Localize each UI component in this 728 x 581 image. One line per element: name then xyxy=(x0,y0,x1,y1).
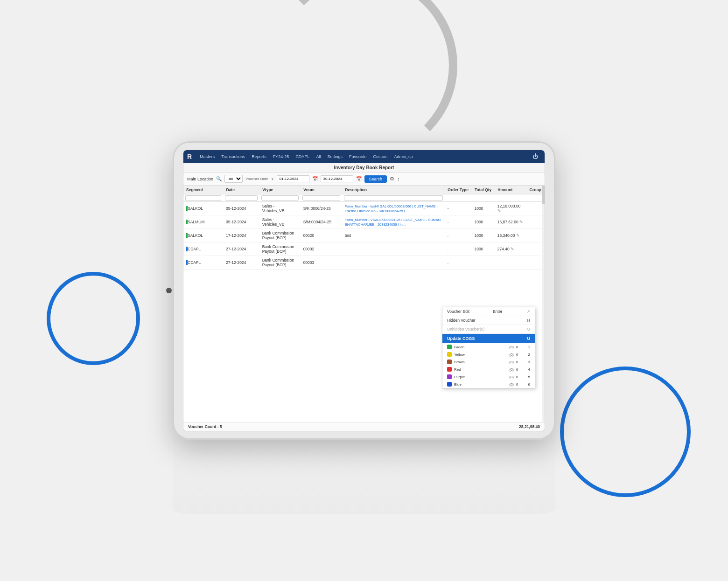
scrollbar-thumb[interactable] xyxy=(542,186,545,204)
order-type-cell: . xyxy=(445,242,472,256)
table-row[interactable]: CDAPL 27-12-2024 Bank CommissionPayout (… xyxy=(183,242,545,256)
data-table: Segment Date Vtype Vnum Description Orde… xyxy=(183,186,545,270)
ctx-color-purple[interactable]: Purple (0) 0 5 xyxy=(442,373,535,380)
table-footer: Voucher Count : 5 28,21,98.40 xyxy=(183,422,545,431)
type-select[interactable]: All xyxy=(224,175,243,183)
search-icon[interactable]: 🔍 xyxy=(216,176,222,181)
brown-num: 3 xyxy=(525,360,530,364)
ctx-unhidden-voucher: Unhidden Voucher(0) U xyxy=(442,325,535,334)
nav-settings[interactable]: Settings xyxy=(324,150,346,163)
navbar: R Masters Transactions Reports FY24-25 C… xyxy=(183,150,545,163)
red-count: 0 xyxy=(516,367,523,372)
col-vtype: Vtype xyxy=(259,186,301,194)
nav-cdapl[interactable]: CDAPL xyxy=(292,150,313,163)
tablet-frame: R Masters Transactions Reports FY24-25 C… xyxy=(173,141,555,440)
ctx-color-red[interactable]: Red (0) 0 4 xyxy=(442,366,535,373)
green-num: 1 xyxy=(525,345,530,349)
ctx-color-blue[interactable]: Blue (0) 0 6 xyxy=(442,380,535,388)
tablet-home-button[interactable] xyxy=(166,288,172,293)
ctx-edit-icon: ↗ xyxy=(526,309,530,314)
purple-label: Purple xyxy=(454,375,507,379)
red-num: 4 xyxy=(525,367,530,372)
desc-cell: Form_Number - VSALE/0009/24-25 I CUST_NA… xyxy=(342,215,445,229)
green-label: Green xyxy=(454,345,507,349)
nav-all[interactable]: All xyxy=(313,150,324,163)
col-description: Description xyxy=(342,186,445,194)
ctx-color-green[interactable]: Green (0) 0 1 xyxy=(442,343,535,351)
nav-favourite[interactable]: Favourite xyxy=(346,150,370,163)
date-cell: 27-12-2024 xyxy=(223,242,259,256)
table-row[interactable]: SALKOL 17-12-2024 Bank CommissionPayout … xyxy=(183,229,545,242)
qty-cell: 1000 xyxy=(472,215,495,229)
to-date-input[interactable] xyxy=(321,175,353,182)
purple-count-paren: (0) xyxy=(509,375,514,379)
nav-reports[interactable]: Reports xyxy=(248,150,270,163)
export-icon[interactable]: ↑ xyxy=(397,176,400,182)
ctx-unhidden-shortcut: U xyxy=(527,327,530,332)
app-logo[interactable]: R xyxy=(187,153,192,160)
filter-vtype[interactable] xyxy=(261,195,299,201)
desc-cell: Form_Number - test4/ SALKOL/00008/006 | … xyxy=(342,202,445,215)
vtype-cell: Bank CommissionPayout (BCP) xyxy=(259,256,301,270)
to-calendar-icon[interactable]: 📅 xyxy=(356,176,362,181)
date-label: Voucher Date xyxy=(245,177,268,181)
nav-fy[interactable]: FY24-25 xyxy=(270,150,293,163)
segment-cell: CDAPL xyxy=(186,247,201,251)
qty-cell xyxy=(472,256,495,270)
green-color-dot xyxy=(447,345,452,349)
amount-cell: 15,340.00 ✎ xyxy=(495,229,526,242)
qty-cell: 1000 xyxy=(472,202,495,215)
vnum-cell: 00003 xyxy=(301,256,342,270)
brown-color-dot xyxy=(447,360,452,364)
purple-num: 5 xyxy=(525,375,530,379)
ctx-hidden-label: Hidden Voucher xyxy=(447,318,476,323)
red-count-paren: (0) xyxy=(509,367,514,372)
nav-admin[interactable]: Admin_sp xyxy=(391,150,416,163)
filter-desc[interactable] xyxy=(344,195,443,201)
nav-custom[interactable]: Custom xyxy=(370,150,391,163)
nav-transactions[interactable]: Transactions xyxy=(218,150,248,163)
search-button[interactable]: Search xyxy=(364,175,387,183)
power-icon[interactable]: ⏻ xyxy=(530,153,541,160)
ctx-voucher-edit-shortcut: Enter xyxy=(493,309,502,314)
filter-date[interactable] xyxy=(225,195,258,201)
from-date-input[interactable] xyxy=(277,175,309,182)
table-row[interactable]: SALMUM 05-12-2024 Sales -Vehicles_VB S/M… xyxy=(183,215,545,229)
amount-cell: 12,18,000.00 ✎ xyxy=(495,202,526,215)
col-order-type: Order Type xyxy=(445,186,472,194)
date-cell: 17-12-2024 xyxy=(223,229,259,242)
amount-cell xyxy=(495,256,526,270)
table-row[interactable]: CDAPL 27-12-2024 Bank CommissionPayout (… xyxy=(183,256,545,270)
vtype-cell: Bank CommissionPayout (BCP) xyxy=(259,242,301,256)
ctx-voucher-edit[interactable]: Voucher Edit Enter ↗ xyxy=(442,307,535,316)
table-row[interactable]: SALKOL 05-12-2024 Sales -Vehicles_VB S/K… xyxy=(183,202,545,215)
filter-vnum[interactable] xyxy=(302,195,340,201)
bg-arc-top xyxy=(271,0,457,159)
bg-circle-left xyxy=(47,272,140,365)
brown-count: 0 xyxy=(516,360,523,364)
col-date: Date xyxy=(223,186,259,194)
scrollbar[interactable] xyxy=(542,186,545,422)
blue-count-paren: (0) xyxy=(509,382,514,387)
col-amount: Amount xyxy=(495,186,526,194)
ctx-hidden-voucher[interactable]: Hidden Voucher H xyxy=(442,316,535,325)
table-container: Segment Date Vtype Vnum Description Orde… xyxy=(183,186,545,422)
desc-cell xyxy=(342,256,445,270)
yellow-color-dot xyxy=(447,352,452,357)
blue-color-dot xyxy=(447,382,452,387)
blue-num: 6 xyxy=(525,382,530,387)
total-amount: 28,21,98.40 xyxy=(519,424,540,429)
ctx-color-brown[interactable]: Brown (0) 0 3 xyxy=(442,358,535,366)
location-label: Main Location xyxy=(187,177,213,181)
nav-masters[interactable]: Masters xyxy=(196,150,218,163)
settings-icon[interactable]: ⚙ xyxy=(390,176,394,182)
ctx-update-cogs-header: Update COGS U xyxy=(442,334,535,343)
context-menu: Voucher Edit Enter ↗ Hidden Voucher H Un… xyxy=(442,307,535,388)
date-cell: 05-12-2024 xyxy=(223,202,259,215)
ctx-color-yellow[interactable]: Yellow (0) 0 2 xyxy=(442,351,535,358)
filter-segment[interactable] xyxy=(185,195,221,201)
vnum-cell: 00020 xyxy=(301,229,342,242)
vtype-cell: Sales -Vehicles_VB xyxy=(259,215,301,229)
blue-label: Blue xyxy=(454,382,507,387)
from-calendar-icon[interactable]: 📅 xyxy=(312,176,318,181)
